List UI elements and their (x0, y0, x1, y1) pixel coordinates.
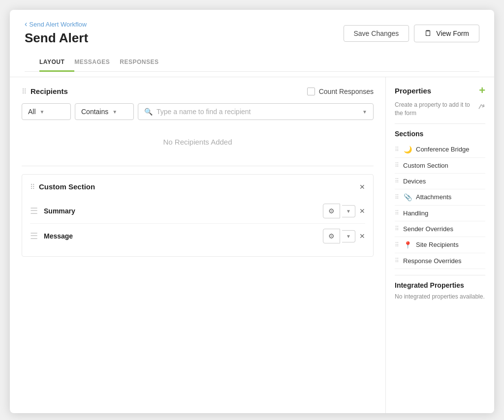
field-row-summary: ☰ Summary ⚙ ▼ ✕ (30, 199, 365, 224)
recipients-title-row: ⠿ Recipients (22, 87, 68, 95)
filter-contains-label: Contains (81, 108, 108, 116)
breadcrumb[interactable]: Send Alert Workflow (25, 20, 88, 29)
field-message-actions: ⚙ ▼ ✕ (323, 229, 365, 243)
custom-section: ⠿ Custom Section ✕ ☰ Summary ⚙ ▼ ✕ (22, 174, 374, 257)
recipients-section-header: ⠿ Recipients Count Responses (22, 87, 374, 95)
conference-bridge-drag-icon: ⠿ (395, 146, 399, 153)
filter-all-dropdown[interactable]: All ▼ (22, 103, 71, 120)
devices-drag-icon: ⠿ (395, 178, 399, 184)
count-responses-checkbox[interactable] (307, 88, 315, 95)
header-actions: Save Changes 🗒 View Form (344, 25, 480, 42)
handling-drag-icon: ⠿ (395, 210, 399, 216)
attachments-drag-icon: ⠿ (395, 194, 399, 201)
sidebar-item-handling[interactable]: ⠿ Handling (395, 206, 485, 221)
filter-all-label: All (28, 108, 36, 116)
response-overrides-drag-icon: ⠿ (395, 257, 399, 264)
right-panel: Properties + Create a property to add it… (386, 77, 494, 413)
field-summary-type-icon: ☰ (30, 206, 38, 216)
site-recipients-label: Site Recipients (416, 241, 485, 248)
sender-overrides-label: Sender Overrides (403, 225, 485, 233)
devices-label: Devices (403, 178, 485, 185)
recipients-empty-state: No Recipients Added (22, 128, 374, 156)
field-summary-actions: ⚙ ▼ ✕ (323, 204, 365, 218)
attachments-icon: 📎 (403, 193, 412, 201)
field-message-gear-button[interactable]: ⚙ (323, 229, 340, 243)
field-message-type-icon: ☰ (30, 231, 38, 241)
integrated-properties-title: Integrated Properties (395, 281, 485, 289)
field-summary-gear-dropdown[interactable]: ▼ (342, 205, 355, 217)
breadcrumb-label: Send Alert Workflow (29, 21, 87, 28)
filter-row: All ▼ Contains ▼ 🔍 Type a name to find a… (22, 103, 374, 120)
view-form-icon: 🗒 (424, 29, 432, 38)
tabs: LAYOUT MESSAGES RESPONSES (25, 53, 479, 72)
sidebar-item-site-recipients[interactable]: ⠿ 📍 Site Recipients (395, 237, 485, 253)
sidebar-item-devices[interactable]: ⠿ Devices (395, 174, 485, 189)
filter-all-arrow-icon: ▼ (40, 109, 45, 115)
field-message-gear-dropdown[interactable]: ▼ (342, 230, 355, 242)
tab-responses[interactable]: RESPONSES (120, 53, 168, 72)
properties-header: Properties + (395, 85, 485, 96)
view-form-label: View Form (436, 30, 469, 37)
search-dropdown-arrow-icon[interactable]: ▼ (362, 109, 367, 115)
custom-section-close-icon[interactable]: ✕ (359, 183, 365, 191)
page-title: Send Alert (25, 30, 88, 46)
site-recipients-icon: 📍 (403, 241, 412, 249)
attachments-label: Attachments (416, 193, 485, 201)
section-divider (22, 166, 374, 166)
response-overrides-label: Response Overrides (403, 257, 485, 265)
custom-section-drag-handle[interactable]: ⠿ (30, 183, 35, 191)
custom-section-title-row: ⠿ Custom Section (30, 182, 95, 191)
custom-section-sidebar-label: Custom Section (403, 162, 485, 169)
count-responses: Count Responses (307, 88, 374, 95)
add-property-icon[interactable]: + (479, 85, 485, 96)
conference-bridge-icon: 🌙 (403, 146, 412, 153)
field-message-name: Message (44, 232, 317, 240)
header-left: Send Alert Workflow Send Alert (25, 20, 88, 46)
integrated-empty-text: No integrated properties available. (395, 293, 485, 300)
right-divider-1 (395, 123, 485, 124)
right-divider-2 (395, 275, 485, 275)
field-summary-close-icon[interactable]: ✕ (359, 207, 365, 215)
sidebar-item-sender-overrides[interactable]: ⠿ Sender Overrides (395, 221, 485, 237)
field-summary-gear-button[interactable]: ⚙ (323, 204, 340, 218)
search-icon: 🔍 (144, 108, 153, 116)
recipients-drag-handle[interactable]: ⠿ (22, 88, 27, 95)
main-content: ⠿ Recipients Count Responses All ▼ Conta… (10, 77, 494, 413)
tab-messages[interactable]: MESSAGES (74, 53, 120, 72)
custom-section-header: ⠿ Custom Section ✕ (30, 182, 365, 191)
sidebar-item-response-overrides[interactable]: ⠿ Response Overrides (395, 253, 485, 269)
sidebar-item-attachments[interactable]: ⠿ 📎 Attachments (395, 189, 485, 206)
header-top: Send Alert Workflow Send Alert Save Chan… (25, 20, 479, 46)
filter-contains-dropdown[interactable]: Contains ▼ (75, 103, 134, 120)
sections-title: Sections (395, 130, 485, 138)
recipient-search-box: 🔍 Type a name to find a recipient ▼ (138, 103, 374, 120)
field-row-message: ☰ Message ⚙ ▼ ✕ (30, 224, 365, 248)
save-changes-button[interactable]: Save Changes (344, 25, 410, 42)
sender-overrides-drag-icon: ⠿ (395, 225, 399, 232)
field-summary-name: Summary (44, 207, 317, 215)
field-message-close-icon[interactable]: ✕ (359, 232, 365, 240)
properties-title: Properties (395, 87, 431, 95)
left-panel: ⠿ Recipients Count Responses All ▼ Conta… (10, 77, 386, 413)
filter-contains-arrow-icon: ▼ (112, 109, 117, 115)
handling-label: Handling (403, 210, 485, 217)
conference-bridge-label: Conference Bridge (416, 146, 485, 153)
site-recipients-drag-icon: ⠿ (395, 241, 399, 248)
properties-hint: Create a property to add it to the form … (395, 101, 485, 118)
custom-section-drag-icon: ⠿ (395, 162, 399, 169)
search-placeholder: Type a name to find a recipient (157, 108, 251, 116)
view-form-button[interactable]: 🗒 View Form (414, 25, 479, 42)
recipients-title: Recipients (31, 87, 68, 95)
tab-layout[interactable]: LAYOUT (39, 53, 74, 72)
properties-hint-text: Create a property to add it to the form (395, 101, 475, 118)
sidebar-item-conference-bridge[interactable]: ⠿ 🌙 Conference Bridge (395, 142, 485, 158)
hint-arrow-icon: ↱ (475, 100, 488, 114)
sidebar-item-custom-section[interactable]: ⠿ Custom Section (395, 158, 485, 174)
header: Send Alert Workflow Send Alert Save Chan… (10, 10, 494, 77)
count-responses-label: Count Responses (319, 88, 374, 95)
custom-section-title: Custom Section (39, 182, 95, 191)
app-container: Send Alert Workflow Send Alert Save Chan… (10, 10, 494, 413)
